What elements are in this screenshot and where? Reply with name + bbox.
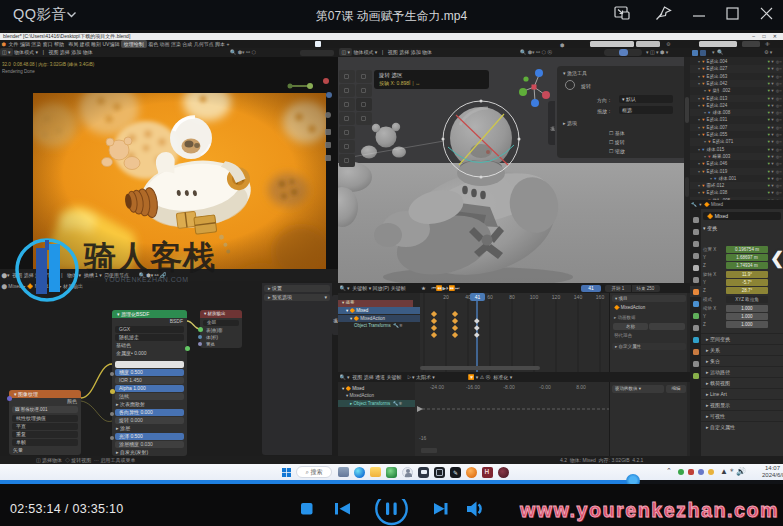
svg-text:160: 160 bbox=[596, 294, 605, 300]
svg-text:120: 120 bbox=[552, 294, 561, 300]
svg-text:-16.00: -16.00 bbox=[466, 384, 480, 390]
svg-text:80: 80 bbox=[509, 294, 515, 300]
svg-text:100: 100 bbox=[530, 294, 539, 300]
svg-text:8.00: 8.00 bbox=[576, 384, 586, 390]
svg-text:140: 140 bbox=[574, 294, 583, 300]
svg-text:-16: -16 bbox=[419, 435, 426, 441]
svg-text:-24.00: -24.00 bbox=[430, 384, 444, 390]
svg-text:60: 60 bbox=[487, 294, 493, 300]
svg-text:-0.00: -0.00 bbox=[539, 384, 551, 390]
svg-text:-8.00: -8.00 bbox=[503, 384, 515, 390]
svg-text:20: 20 bbox=[443, 294, 449, 300]
